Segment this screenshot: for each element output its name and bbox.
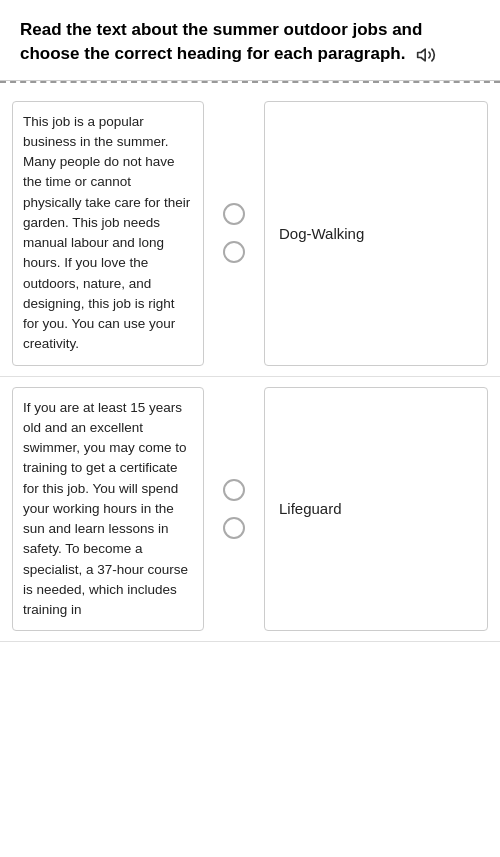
label-text-1: Dog-Walking: [279, 225, 364, 242]
row-1: This job is a popular business in the su…: [0, 91, 500, 377]
header-section: Read the text about the summer outdoor j…: [0, 0, 500, 81]
page-container: Read the text about the summer outdoor j…: [0, 0, 500, 642]
label-card-1: Dog-Walking: [264, 101, 488, 366]
radio-option-2b[interactable]: [223, 517, 245, 539]
label-card-2: Lifeguard: [264, 387, 488, 632]
speaker-icon[interactable]: [416, 45, 436, 65]
svg-marker-0: [418, 49, 426, 61]
header-title: Read the text about the summer outdoor j…: [20, 20, 422, 63]
paragraph-card-1: This job is a popular business in the su…: [12, 101, 204, 366]
content-area: This job is a popular business in the su…: [0, 87, 500, 643]
radio-option-1b[interactable]: [223, 241, 245, 263]
paragraph-text-1: This job is a popular business in the su…: [23, 114, 190, 352]
divider-line: [0, 81, 500, 83]
label-text-2: Lifeguard: [279, 500, 342, 517]
row-2: If you are at least 15 years old and an …: [0, 377, 500, 643]
radio-group-2: [204, 377, 264, 642]
paragraph-card-2: If you are at least 15 years old and an …: [12, 387, 204, 632]
radio-option-1a[interactable]: [223, 203, 245, 225]
radio-group-1: [204, 91, 264, 376]
paragraph-text-2: If you are at least 15 years old and an …: [23, 400, 188, 618]
radio-option-2a[interactable]: [223, 479, 245, 501]
